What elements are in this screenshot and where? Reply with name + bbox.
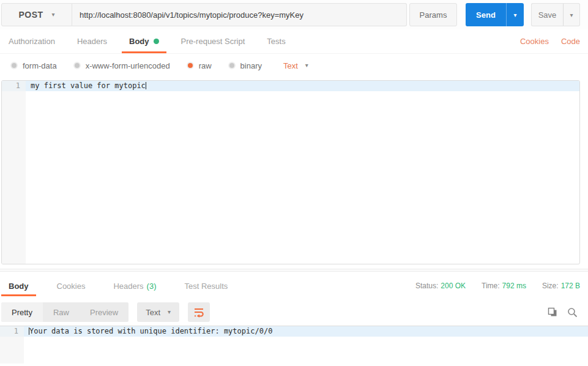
radio-icon xyxy=(10,62,18,69)
radio-label: x-www-form-urlencoded xyxy=(86,61,170,70)
wrap-lines-button[interactable] xyxy=(188,302,210,322)
response-line[interactable]: 1 Your data is stored with unique identi… xyxy=(0,326,588,337)
line-number: 1 xyxy=(0,326,24,337)
url-input[interactable] xyxy=(72,3,407,26)
radio-binary[interactable]: binary xyxy=(228,61,262,70)
radio-label: form-data xyxy=(23,61,57,70)
tab-label: Test Results xyxy=(185,282,228,291)
radio-x-www-form-urlencoded[interactable]: x-www-form-urlencoded xyxy=(73,61,170,70)
tab-tests[interactable]: Tests xyxy=(259,29,292,53)
time-label: Time: xyxy=(482,282,500,290)
save-button[interactable]: Save xyxy=(531,3,563,26)
spacer xyxy=(300,29,508,53)
tab-label: Body xyxy=(129,37,149,46)
response-meta-bar: Body Cookies Headers (3) Test Results St… xyxy=(0,272,588,300)
size-label: Size: xyxy=(542,282,559,290)
copy-icon xyxy=(548,307,557,317)
response-toolbar: Pretty Raw Preview Text ▾ xyxy=(0,300,588,324)
editor-gutter xyxy=(2,81,26,264)
time-value: 792 ms xyxy=(502,282,526,290)
save-button-group: Save ▾ xyxy=(531,3,580,26)
chevron-down-icon: ▾ xyxy=(305,62,308,69)
request-tabs: Authorization Headers Body Pre-request S… xyxy=(0,29,588,54)
format-label: Text xyxy=(146,308,160,317)
send-button[interactable]: Send xyxy=(466,3,506,26)
radio-label: raw xyxy=(199,61,212,70)
radio-icon xyxy=(73,62,81,69)
save-options-caret[interactable]: ▾ xyxy=(563,3,580,26)
radio-form-data[interactable]: form-data xyxy=(10,61,57,70)
send-button-group: Send ▾ xyxy=(466,3,524,26)
tab-authorization[interactable]: Authorization xyxy=(1,29,62,53)
time-indicator: Time: 792 ms xyxy=(482,272,526,300)
line-number: 1 xyxy=(2,81,26,91)
radio-raw[interactable]: raw xyxy=(187,61,212,70)
method-select[interactable]: POST ▾ xyxy=(1,3,72,26)
request-body-editor[interactable]: 1 my first value for mytopic xyxy=(1,80,580,264)
size-indicator: Size: 172 B xyxy=(542,272,580,300)
tab-label: Pre-request Script xyxy=(181,37,245,46)
tab-body[interactable]: Body xyxy=(122,29,166,53)
view-mode-group: Pretty Raw Preview xyxy=(1,302,128,322)
chevron-down-icon: ▾ xyxy=(570,12,573,18)
response-tab-body[interactable]: Body xyxy=(1,272,36,300)
code-link[interactable]: Code xyxy=(549,29,580,53)
response-tab-headers[interactable]: Headers (3) xyxy=(106,272,163,300)
params-button[interactable]: Params xyxy=(409,3,457,26)
editor-line-text: my first value for mytopic xyxy=(26,81,146,91)
editor-line[interactable]: 1 my first value for mytopic xyxy=(2,81,579,91)
tab-label: Authorization xyxy=(9,37,55,46)
size-value: 172 B xyxy=(561,282,580,290)
tab-label: Headers xyxy=(77,37,107,46)
headers-count-badge: (3) xyxy=(147,282,157,291)
tab-label: Body xyxy=(9,282,29,291)
response-tab-cookies[interactable]: Cookies xyxy=(50,272,93,300)
status-label: Status: xyxy=(415,282,438,290)
view-mode-pretty[interactable]: Pretty xyxy=(1,302,43,322)
radio-icon xyxy=(228,62,236,69)
chevron-down-icon: ▾ xyxy=(168,309,171,315)
raw-format-select[interactable]: Text ▾ xyxy=(283,61,308,70)
tab-label: Headers xyxy=(113,282,143,291)
tab-label: Tests xyxy=(267,37,285,46)
status-value: 200 OK xyxy=(441,282,466,290)
tab-pre-request-script[interactable]: Pre-request Script xyxy=(174,29,253,53)
response-format-select[interactable]: Text ▾ xyxy=(137,302,179,322)
view-mode-raw[interactable]: Raw xyxy=(43,302,80,322)
status-indicator: Status: 200 OK xyxy=(415,272,466,300)
search-icon xyxy=(567,307,578,318)
search-response-button[interactable] xyxy=(564,304,580,320)
radio-selected-icon xyxy=(187,62,194,69)
wrap-lines-icon xyxy=(193,306,205,318)
text-cursor xyxy=(146,82,146,89)
view-mode-preview[interactable]: Preview xyxy=(80,302,128,322)
chevron-down-icon: ▾ xyxy=(513,12,516,18)
send-options-caret[interactable]: ▾ xyxy=(506,3,524,26)
radio-label: binary xyxy=(240,61,262,70)
body-type-bar: form-data x-www-form-urlencoded raw bina… xyxy=(0,54,588,77)
spacer xyxy=(248,272,400,300)
request-bar: POST ▾ Params Send ▾ Save ▾ xyxy=(0,0,588,29)
copy-response-button[interactable] xyxy=(545,304,560,320)
tab-headers[interactable]: Headers xyxy=(70,29,114,53)
response-line-text: Your data is stored with unique identifi… xyxy=(29,326,272,337)
tab-label: Cookies xyxy=(57,282,86,291)
format-label: Text xyxy=(283,61,298,70)
response-body-viewer[interactable]: 1 Your data is stored with unique identi… xyxy=(0,326,588,364)
method-label: POST xyxy=(18,10,43,20)
cookies-link[interactable]: Cookies xyxy=(508,29,549,53)
response-tab-test-results[interactable]: Test Results xyxy=(177,272,236,300)
body-has-content-dot-icon xyxy=(154,39,159,44)
params-label: Params xyxy=(420,10,447,20)
chevron-down-icon: ▾ xyxy=(52,12,55,18)
